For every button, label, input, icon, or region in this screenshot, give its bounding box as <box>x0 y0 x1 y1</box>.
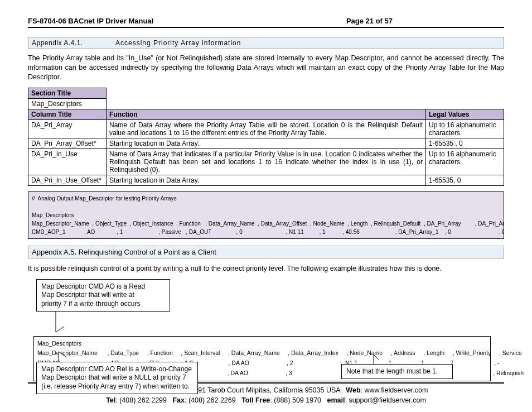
footer-web-label: Web <box>346 386 360 394</box>
section-heading-a41: Appendix A.4.1. Accessing Priority Array… <box>28 37 504 49</box>
footer-toll-label: Toll Free <box>241 396 270 404</box>
page-container: FS-8704-06 BACnet IP Driver Manual Page … <box>0 0 532 408</box>
section-heading-a5: Appendix A.5. Relinquishing Control of a… <box>28 246 504 258</box>
code-block-1: // Analog Output Map_Descriptor for test… <box>28 191 504 239</box>
legal-values-header: Legal Values <box>426 109 504 119</box>
footer-tel-label: Tel <box>106 396 115 404</box>
params-table: Section Title Map_Descriptors Column Tit… <box>28 88 504 186</box>
function-header: Function <box>107 109 426 119</box>
doc-title: FS-8704-06 BACnet IP Driver Manual <box>28 17 346 25</box>
section-title-header: Section Title <box>28 88 107 98</box>
table-row: DA_Pri_Array_Offset* Starting location i… <box>28 138 504 148</box>
table-row: DA_Pri_In_Use_Offset* Starting location … <box>28 175 504 185</box>
table-row: DA_Pri_Array Name of Data Array where th… <box>28 119 504 138</box>
footer-fax-label: Fax <box>172 396 185 404</box>
callout-box-2: Map Descriptor CMD AO Rel is a Write-on-… <box>36 362 198 395</box>
intro-paragraph-a41: The Priority Array table and its "In_Use… <box>28 54 504 82</box>
table-row: DA_Pri_In_Use Name of Data Array that in… <box>28 148 504 175</box>
header-bar: FS-8704-06 BACnet IP Driver Manual Page … <box>28 17 504 28</box>
column-title-header: Column Title <box>28 109 107 119</box>
section-title-value: Map_Descriptors <box>28 98 107 109</box>
section-number: Appendix A.4.1. <box>32 39 115 47</box>
section-title: Accessing Priority Array information <box>115 39 241 47</box>
page-number: Page 21 of 57 <box>346 17 393 25</box>
footer-email-label: email <box>327 396 345 404</box>
footer-address: 1991 Tarob Court Milpitas, California 95… <box>190 386 340 394</box>
callout-box-3: Note that the length must be 1. <box>341 364 453 380</box>
callout-box-1: Map Descriptor CMD AO is a Read Map Desc… <box>36 279 170 312</box>
intro-paragraph-a5: It is possible relinquish control of a p… <box>28 264 504 274</box>
